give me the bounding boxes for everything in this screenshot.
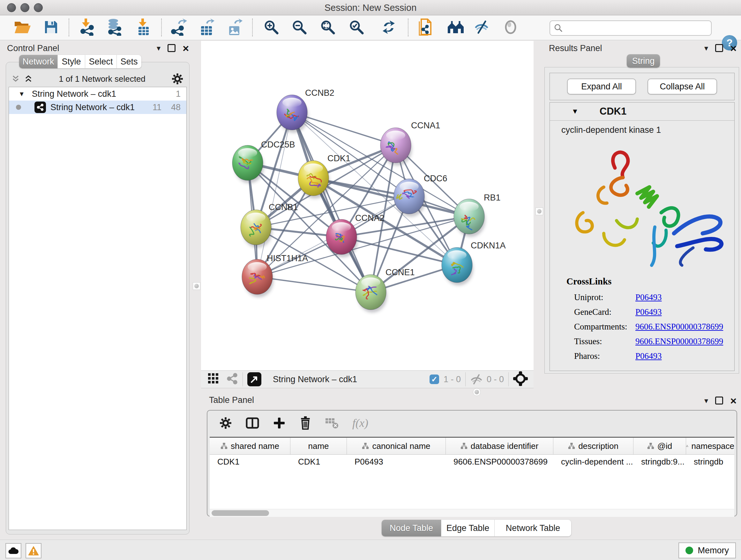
network-node-CDC6[interactable]: CDC6 (394, 174, 448, 217)
collapse-all-button[interactable]: Collapse All (648, 78, 717, 95)
function-builder-fx-icon[interactable]: f(x) (352, 416, 368, 430)
network-tree-root[interactable]: ▼ String Network – cdk1 1 (9, 87, 186, 101)
zoom-fit-icon[interactable] (320, 19, 336, 37)
crosslink-link[interactable]: P06493 (635, 351, 662, 361)
hide-graphics-eye-slash-icon[interactable] (474, 19, 491, 36)
cell-description[interactable]: cyclin-dependent ... (553, 455, 633, 469)
column-header-description[interactable]: description (553, 438, 633, 454)
cell-id[interactable]: stringdb:9... (633, 455, 686, 469)
open-session-icon[interactable] (14, 20, 31, 36)
create-column-plus-icon[interactable] (273, 417, 285, 429)
export-image-icon[interactable] (227, 18, 243, 37)
crosslink-label: Pharos: (574, 349, 635, 363)
cell-name[interactable]: CDK1 (290, 455, 347, 469)
network-node-HIST1H1A[interactable]: HIST1H1A (242, 253, 308, 297)
network-tree-item[interactable]: String Network – cdk1 11 48 (9, 101, 186, 114)
tree-expander-icon[interactable]: ▼ (18, 90, 25, 98)
network-root-count: 1 (176, 89, 181, 99)
network-node-CCNE1[interactable]: CCNE1 (355, 267, 415, 313)
zoom-out-icon[interactable] (291, 19, 307, 37)
cell-shared-name[interactable]: CDK1 (210, 455, 290, 469)
left-splitter-handle[interactable] (193, 282, 200, 290)
tab-edge-table[interactable]: Edge Table (441, 520, 495, 537)
document-share-icon[interactable] (417, 18, 433, 37)
panel-float-icon[interactable] (715, 396, 723, 405)
panel-menu-icon[interactable]: ▾ (157, 45, 160, 51)
network-options-gear-icon[interactable] (172, 73, 183, 84)
memory-button[interactable]: Memory (678, 543, 736, 558)
import-table-icon[interactable] (136, 18, 151, 37)
table-panel-header-icons: ▾ × (704, 396, 737, 405)
column-header-canonical-name[interactable]: canonical name (347, 438, 446, 454)
expand-all-button[interactable]: Expand All (567, 78, 636, 95)
column-header-name[interactable]: name (290, 438, 347, 454)
houses-icon[interactable] (447, 20, 465, 36)
table-options-gear-icon[interactable] (219, 417, 232, 429)
network-node-CCNB2[interactable]: CCNB2 (277, 88, 334, 133)
export-network-icon[interactable] (171, 18, 187, 37)
apply-layout-refresh-icon[interactable] (381, 19, 397, 37)
table-horizontal-scrollbar[interactable] (210, 509, 734, 517)
cell-database-identifier[interactable]: 9606.ENSP00000378699 (446, 455, 553, 469)
network-view-share-icon[interactable] (226, 373, 238, 386)
expand-all-chevron-icon[interactable] (24, 75, 32, 83)
birdseye-view-icon[interactable] (513, 371, 528, 387)
delete-column-trash-icon[interactable] (299, 416, 312, 430)
toolbar-separator (408, 18, 408, 37)
tab-style[interactable]: Style (58, 55, 85, 68)
network-canvas[interactable]: CCNB2CCNA1CDC25BCDK1CDC6RB1CCNB1CCNA2CDK… (201, 41, 534, 370)
crosslink-link[interactable]: 9606.ENSP00000378699 (635, 336, 723, 346)
crosslink-link[interactable]: P06493 (635, 293, 662, 302)
grid-view-icon[interactable] (208, 373, 219, 385)
right-splitter-handle[interactable] (536, 207, 543, 215)
network-node-CCNB1[interactable]: CCNB1 (241, 202, 298, 248)
cell-namespace[interactable]: stringdb (686, 455, 734, 469)
export-table-icon[interactable] (199, 18, 214, 37)
eye-icon[interactable] (503, 19, 518, 36)
network-edge-HIST1H1A-CCNE1[interactable] (257, 277, 371, 292)
tab-node-table[interactable]: Node Table (382, 520, 441, 537)
tab-select[interactable]: Select (85, 55, 117, 68)
tab-network-table[interactable]: Network Table (495, 520, 571, 537)
network-node-CDKN1A[interactable]: CDKN1A (442, 241, 506, 286)
panel-close-icon[interactable]: × (730, 397, 737, 404)
tab-sets[interactable]: Sets (117, 55, 141, 68)
gene-section-header[interactable]: ▼ CDK1 (550, 103, 734, 121)
column-header-shared-name[interactable]: shared name (210, 438, 290, 454)
panel-float-icon[interactable] (167, 44, 176, 52)
column-header-database-identifier[interactable]: database identifier (446, 438, 553, 454)
cell-canonical-name[interactable]: P06493 (347, 455, 446, 469)
panel-float-icon[interactable] (715, 44, 723, 52)
network-node-CDC25B[interactable]: CDC25B (232, 140, 295, 183)
show-columns-icon[interactable] (246, 417, 259, 429)
tab-string[interactable]: String (627, 54, 660, 68)
column-header-id[interactable]: @id (633, 438, 686, 454)
warning-icon[interactable] (25, 543, 42, 558)
delete-table-icon[interactable] (326, 418, 338, 428)
network-node-RB1[interactable]: RB1 (454, 193, 501, 237)
zoom-selected-icon[interactable] (348, 19, 364, 37)
table-row[interactable]: CDK1 CDK1 P06493 9606.ENSP00000378699 cy… (210, 455, 734, 469)
import-network-icon[interactable] (79, 18, 95, 37)
panel-menu-icon[interactable]: ▾ (704, 397, 708, 404)
open-in-window-icon[interactable] (247, 372, 261, 386)
panel-menu-icon[interactable]: ▾ (704, 45, 708, 51)
tab-network[interactable]: Network (19, 55, 58, 68)
crosslink-link[interactable]: 9606.ENSP00000378699 (635, 322, 723, 331)
section-expander-icon[interactable]: ▼ (571, 107, 579, 116)
panel-close-icon[interactable]: × (183, 45, 189, 52)
crosslink-link[interactable]: P06493 (635, 307, 662, 317)
search-input[interactable] (563, 23, 711, 33)
import-network-from-database-icon[interactable] (106, 18, 122, 37)
panel-close-icon[interactable]: × (730, 45, 737, 52)
network-edge-CCNB2-CCNE1[interactable] (292, 112, 371, 292)
column-header-namespace[interactable]: namespace (686, 438, 734, 454)
save-session-icon[interactable] (44, 20, 58, 36)
selected-checkbox-icon[interactable]: ✓ (429, 374, 439, 384)
zoom-in-icon[interactable] (263, 19, 279, 37)
gene-symbol: CDK1 (600, 106, 626, 117)
network-graph[interactable]: CCNB2CCNA1CDC25BCDK1CDC6RB1CCNB1CCNA2CDK… (201, 41, 534, 370)
cloud-icon[interactable] (5, 543, 21, 558)
scrollbar-thumb[interactable] (212, 510, 269, 516)
collapse-all-chevron-icon[interactable] (11, 75, 20, 83)
